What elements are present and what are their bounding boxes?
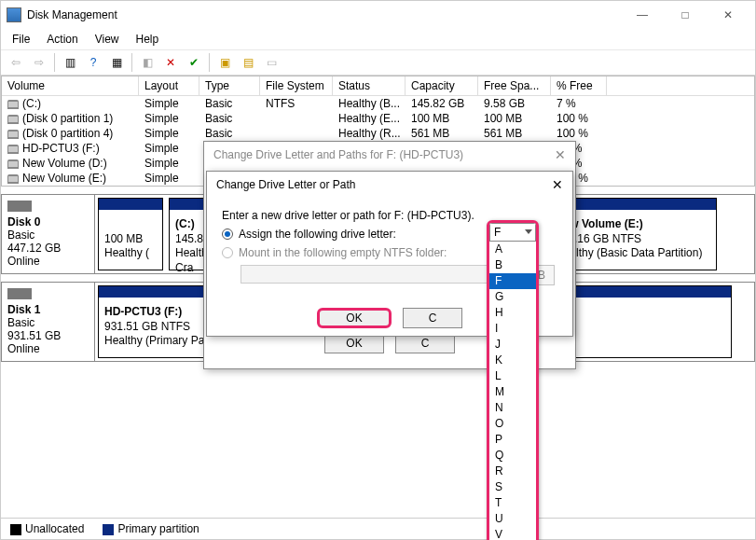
dropdown-value[interactable]: F bbox=[489, 223, 536, 242]
window-root: Disk Management ― □ ✕ File Action View H… bbox=[0, 0, 756, 540]
dropdown-option[interactable]: M bbox=[489, 384, 536, 400]
refresh-icon[interactable]: ▦ bbox=[105, 52, 128, 73]
legend-item: Unallocated bbox=[10, 522, 84, 535]
dropdown-option[interactable]: G bbox=[489, 289, 536, 305]
dropdown-option[interactable]: O bbox=[489, 416, 536, 432]
minimize-button[interactable]: ― bbox=[621, 1, 664, 29]
volume-icon bbox=[7, 130, 19, 139]
volume-icon bbox=[7, 174, 19, 184]
drive-letter-dropdown[interactable]: F ABFGHIJKLMNOPQRSTUVWXYZ bbox=[487, 220, 539, 540]
radio-mount bbox=[222, 247, 233, 258]
scan-icon[interactable]: ◧ bbox=[136, 52, 158, 73]
volume-icon bbox=[7, 115, 19, 124]
partition-band bbox=[99, 199, 162, 210]
dropdown-option[interactable]: N bbox=[489, 400, 536, 416]
toolbar-separator bbox=[54, 53, 55, 72]
disk-label: Disk 0Basic447.12 GBOnline bbox=[2, 195, 95, 273]
close-icon[interactable]: ✕ bbox=[552, 177, 563, 192]
legend-swatch bbox=[10, 524, 21, 535]
table-row[interactable]: (C:)SimpleBasicNTFSHealthy (B...145.82 G… bbox=[2, 96, 754, 111]
partition[interactable]: 100 MBHealthy ( bbox=[98, 198, 163, 270]
dialog-titlebar: Change Drive Letter or Path ✕ bbox=[207, 172, 572, 198]
dropdown-option[interactable]: L bbox=[489, 368, 536, 384]
disk-icon bbox=[7, 201, 32, 212]
legend-label: Primary partition bbox=[117, 522, 199, 535]
titlebar: Disk Management ― □ ✕ bbox=[1, 1, 755, 29]
dropdown-option[interactable]: S bbox=[489, 479, 536, 495]
menu-action[interactable]: Action bbox=[39, 31, 85, 48]
col-layout[interactable]: Layout bbox=[139, 76, 199, 95]
cancel-button[interactable]: C bbox=[403, 308, 462, 328]
dropdown-option[interactable]: U bbox=[489, 511, 536, 527]
radio-assign-label: Assign the following drive letter: bbox=[239, 228, 396, 241]
legend-item: Primary partition bbox=[103, 522, 199, 535]
col-capacity[interactable]: Capacity bbox=[405, 76, 478, 95]
dropdown-option[interactable]: J bbox=[489, 337, 536, 353]
toolbar-separator bbox=[209, 53, 210, 72]
legend-swatch bbox=[103, 524, 114, 535]
dialog-titlebar: Change Drive Letter and Paths for F: (HD… bbox=[204, 142, 575, 168]
menubar: File Action View Help bbox=[1, 29, 755, 49]
legend-label: Unallocated bbox=[25, 522, 84, 535]
dialog-title: Change Drive Letter and Paths for F: (HD… bbox=[213, 148, 555, 161]
toolbar-separator bbox=[131, 53, 132, 72]
window-controls: ― □ ✕ bbox=[621, 1, 749, 29]
help-icon[interactable]: ? bbox=[82, 52, 104, 73]
close-icon[interactable]: ✕ bbox=[555, 147, 566, 162]
volume-icon bbox=[7, 159, 19, 169]
dropdown-option[interactable]: V bbox=[489, 527, 536, 540]
col-status[interactable]: Status bbox=[333, 76, 405, 95]
dropdown-option[interactable]: P bbox=[489, 432, 536, 448]
ok-button[interactable]: OK bbox=[317, 308, 392, 328]
col-volume[interactable]: Volume bbox=[2, 76, 139, 95]
dropdown-option[interactable]: Q bbox=[489, 448, 536, 464]
delete-icon[interactable]: ✕ bbox=[159, 52, 182, 73]
window-title: Disk Management bbox=[27, 8, 621, 21]
dropdown-option[interactable]: I bbox=[489, 321, 536, 337]
new-icon[interactable]: ▣ bbox=[213, 52, 236, 73]
nav-back-icon[interactable]: ⇦ bbox=[5, 52, 27, 73]
volume-icon bbox=[7, 145, 19, 154]
disk-label: Disk 1Basic931.51 GBOnline bbox=[2, 283, 95, 361]
dropdown-option[interactable]: H bbox=[489, 305, 536, 321]
col-free[interactable]: Free Spa... bbox=[478, 76, 551, 95]
dropdown-option[interactable]: T bbox=[489, 495, 536, 511]
toolbar: ⇦ ⇨ ▥ ? ▦ ◧ ✕ ✔ ▣ ▤ ▭ bbox=[1, 49, 755, 76]
volume-icon bbox=[7, 100, 19, 109]
col-fs[interactable]: File System bbox=[260, 76, 333, 95]
dropdown-option[interactable]: R bbox=[489, 464, 536, 479]
col-type[interactable]: Type bbox=[199, 76, 260, 95]
column-headers: Volume Layout Type File System Status Ca… bbox=[2, 76, 754, 96]
radio-assign[interactable] bbox=[222, 228, 233, 240]
menu-view[interactable]: View bbox=[88, 31, 127, 48]
dropdown-option[interactable]: K bbox=[489, 353, 536, 368]
mount-path-input bbox=[241, 265, 520, 284]
table-row[interactable]: (Disk 0 partition 4)SimpleBasicHealthy (… bbox=[2, 126, 754, 141]
app-icon bbox=[7, 7, 21, 22]
dropdown-list: ABFGHIJKLMNOPQRSTUVWXYZ bbox=[489, 242, 536, 540]
disk-icon bbox=[7, 288, 32, 299]
legend: Unallocated Primary partition bbox=[1, 518, 755, 539]
misc-icon[interactable]: ▭ bbox=[260, 52, 282, 73]
menu-file[interactable]: File bbox=[5, 31, 37, 48]
maximize-button[interactable]: □ bbox=[664, 1, 707, 29]
radio-mount-label: Mount in the following empty NTFS folder… bbox=[239, 246, 447, 259]
dropdown-option[interactable]: F bbox=[489, 273, 536, 289]
menu-help[interactable]: Help bbox=[129, 31, 167, 48]
dialog-title: Change Drive Letter or Path bbox=[216, 178, 552, 191]
table-row[interactable]: (Disk 0 partition 1)SimpleBasicHealthy (… bbox=[2, 111, 754, 126]
col-pfree[interactable]: % Free bbox=[551, 76, 607, 95]
dropdown-option[interactable]: A bbox=[489, 242, 536, 257]
nav-forward-icon[interactable]: ⇨ bbox=[28, 52, 50, 73]
close-button[interactable]: ✕ bbox=[707, 1, 749, 29]
properties-icon[interactable]: ▤ bbox=[237, 52, 259, 73]
check-icon[interactable]: ✔ bbox=[183, 52, 205, 73]
view-split-icon[interactable]: ▥ bbox=[59, 52, 81, 73]
dropdown-option[interactable]: B bbox=[489, 257, 536, 273]
